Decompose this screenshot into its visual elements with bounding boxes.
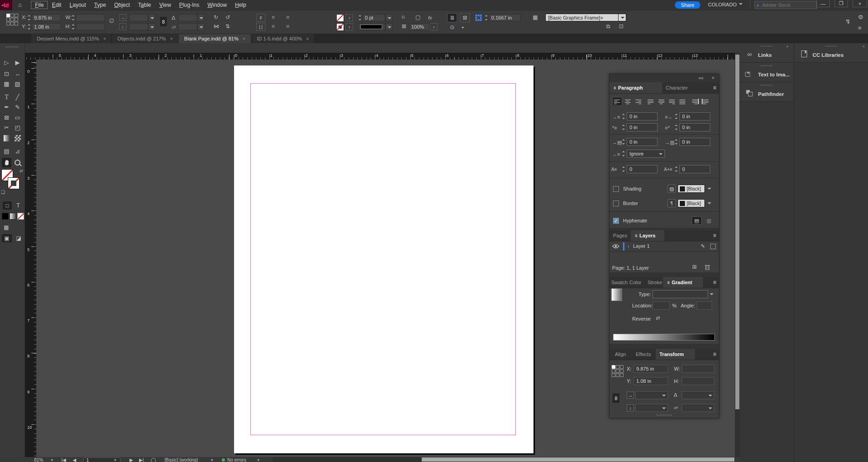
horizontal-ruler[interactable]: 54321012345678910111213 — [25, 53, 735, 60]
transform-y-field[interactable]: 1.08 in — [634, 377, 668, 385]
formatting-affects-text-button[interactable]: T — [14, 201, 23, 210]
h-field[interactable] — [76, 23, 105, 30]
shading-checkbox[interactable] — [613, 186, 619, 192]
menu-help[interactable]: Help — [231, 1, 250, 9]
menu-window[interactable]: Window — [203, 1, 231, 9]
close-tab-icon[interactable]: × — [170, 36, 173, 41]
left-indent-field[interactable]: 0 in — [627, 112, 658, 121]
panel-menu-icon[interactable]: ≡ — [713, 279, 716, 286]
gap-stepper[interactable] — [484, 14, 489, 21]
gradient-ramp[interactable] — [613, 334, 715, 341]
tab-swatches[interactable]: Swatches — [610, 277, 628, 288]
gradient-type-dropdown[interactable] — [653, 290, 708, 298]
selection-tool[interactable]: ▷ — [2, 58, 11, 67]
shading-swatch-well[interactable]: [Black] — [678, 185, 705, 193]
arrange-forward-icon[interactable]: ⌗ — [272, 23, 275, 30]
tab-scroll-left-icon[interactable]: ◂ — [1, 3, 4, 7]
collapse-dock-icon[interactable]: « — [863, 44, 865, 49]
tab-gradient[interactable]: Gradient — [663, 277, 703, 288]
align-to-grid-dropdown[interactable]: Ignore — [627, 150, 665, 158]
gradient-angle-field[interactable] — [697, 301, 712, 310]
stroke-options-button[interactable]: › — [345, 23, 353, 30]
select-container-icon[interactable]: P — [256, 14, 265, 22]
tab-color[interactable]: Color — [629, 277, 646, 288]
select-previous-object-icon[interactable]: ⌗ — [272, 14, 275, 20]
document-tab[interactable]: Blank Page.indd @ 81%× — [179, 34, 251, 43]
hyphenate-checkbox[interactable]: ✓ — [613, 218, 619, 224]
opacity-options-button[interactable]: › — [430, 23, 438, 30]
pencil-tool[interactable]: ✎ — [13, 102, 22, 112]
chevron-down-icon[interactable] — [148, 14, 155, 21]
constrain-scale-link-icon[interactable]: 8 — [160, 17, 167, 26]
layer-expander-icon[interactable]: › — [628, 243, 629, 249]
tab-align[interactable]: Align — [611, 349, 631, 360]
shading-swatch-chevron[interactable] — [706, 185, 713, 193]
cell-view-icon[interactable]: ▦ — [4, 224, 9, 231]
h-stepper[interactable] — [71, 23, 75, 30]
layer-visibility-eye-icon[interactable] — [612, 244, 619, 249]
x-stepper[interactable] — [27, 14, 31, 21]
normal-view-button[interactable]: ▣ — [2, 234, 12, 242]
content-collector-tool[interactable]: ▦ — [2, 79, 11, 89]
menu-table[interactable]: Table — [134, 1, 155, 9]
panel-grip[interactable] — [761, 65, 773, 66]
note-tool[interactable]: ▤ — [2, 146, 11, 156]
zoom-chevron-icon[interactable]: ▾ — [51, 457, 53, 462]
default-fill-stroke-icon[interactable]: ❏ — [1, 190, 5, 195]
rotate-ccw-icon[interactable]: ↺ — [225, 14, 230, 20]
object-styles-grid-icon[interactable]: ▦ — [533, 14, 538, 20]
collapse-panels-icon[interactable]: «« — [698, 75, 703, 80]
select-content-icon[interactable]: ⌊⌋ — [256, 23, 265, 31]
tab-pages[interactable]: Pages — [609, 230, 631, 241]
last-line-indent-field[interactable]: 0 in — [679, 123, 710, 131]
panel-menu-icon[interactable]: ≡ — [713, 351, 716, 357]
hand-tool[interactable] — [2, 158, 11, 167]
stock-search[interactable] — [754, 1, 817, 9]
border-swatch-well[interactable]: [Black] — [678, 199, 705, 207]
swap-fill-stroke-icon[interactable]: ⇄ — [20, 169, 23, 173]
fill-options-button[interactable]: › — [345, 14, 353, 21]
chevron-down-icon[interactable] — [385, 23, 393, 30]
home-icon[interactable] — [18, 1, 22, 8]
panel-grip[interactable] — [825, 45, 837, 47]
panel-menu-icon[interactable]: ≡ — [858, 25, 862, 31]
apply-color-button[interactable] — [2, 213, 9, 220]
gradient-type-chevron[interactable] — [708, 290, 715, 298]
border-style-icon[interactable]: ¶ — [668, 199, 676, 207]
horizontal-scrollbar[interactable] — [273, 457, 735, 462]
y-stepper[interactable] — [27, 23, 31, 30]
drop-cap-lines-stepper[interactable] — [622, 165, 626, 173]
wrap-bounding-box-button[interactable]: ⊞ — [460, 13, 470, 22]
quick-actions-icon[interactable]: ↯ — [845, 18, 851, 25]
layer-target-box[interactable] — [710, 244, 716, 249]
drop-cap-chars-stepper[interactable] — [674, 165, 678, 173]
effects-fx-icon[interactable]: fx — [428, 15, 432, 21]
justify-last-right-button[interactable] — [667, 97, 677, 106]
pen-tool[interactable]: ✒ — [2, 102, 11, 112]
justify-all-button[interactable] — [677, 97, 687, 106]
document-tab[interactable]: Objects.indd @ 217%× — [112, 34, 179, 43]
gradient-thumbnail[interactable] — [611, 288, 622, 301]
align-left-button[interactable] — [612, 97, 622, 106]
tab-paragraph[interactable]: Paragraph — [609, 82, 662, 93]
new-layer-icon[interactable]: ⊞ — [692, 264, 697, 270]
stroke-weight-stepper[interactable] — [358, 14, 362, 21]
justify-last-left-button[interactable] — [646, 97, 656, 106]
last-line-indent-stepper[interactable] — [674, 123, 678, 131]
w-stepper[interactable] — [71, 14, 75, 21]
drop-cap-lines-field[interactable]: 0 — [627, 165, 658, 173]
close-tab-icon[interactable]: × — [103, 36, 106, 41]
select-next-object-icon[interactable]: ⌗ — [286, 14, 289, 20]
justify-last-center-button[interactable] — [656, 97, 666, 106]
page-tool[interactable]: ⊡ — [2, 69, 11, 79]
first-line-indent-field[interactable]: 0 in — [627, 123, 658, 131]
collapse-dock-icon[interactable]: « — [786, 44, 788, 49]
restore-button[interactable]: ❐ — [834, 0, 848, 7]
stroke-type-dropdown[interactable] — [358, 23, 385, 30]
gap-field[interactable]: 0.1667 in — [489, 14, 521, 21]
zoom-level[interactable]: 81% — [34, 457, 43, 462]
chevron-down-icon[interactable] — [197, 23, 205, 30]
first-line-indent-stepper[interactable] — [622, 123, 626, 131]
direct-selection-tool[interactable]: ▶ — [13, 58, 22, 67]
fill-swatch-none[interactable] — [336, 14, 344, 22]
